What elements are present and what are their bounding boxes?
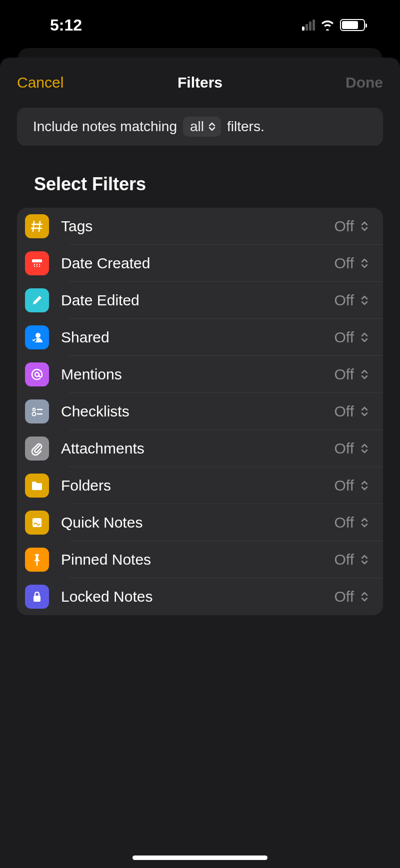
status-icons (302, 19, 365, 31)
filter-label: Locked Notes (61, 588, 334, 605)
chevron-up-down-icon (360, 517, 369, 528)
svg-point-4 (36, 264, 38, 265)
chevron-up-down-icon (360, 554, 369, 565)
chevron-up-down-icon (360, 295, 369, 306)
chevron-up-down-icon (360, 443, 369, 454)
filter-label: Folders (61, 477, 334, 494)
hash-icon (25, 214, 49, 238)
svg-point-6 (34, 266, 35, 267)
match-condition-bar: Include notes matching all filters. (17, 108, 383, 146)
page-title: Filters (178, 74, 222, 91)
filter-row-shared[interactable]: SharedOff (17, 319, 383, 356)
wifi-icon (320, 20, 335, 31)
filter-value: Off (334, 366, 354, 383)
filter-value: Off (334, 440, 354, 457)
match-mode-picker[interactable]: all (183, 117, 221, 137)
filter-label: Pinned Notes (61, 551, 334, 568)
chevron-up-down-icon (360, 332, 369, 343)
filter-value: Off (334, 588, 354, 605)
filter-label: Shared (61, 329, 334, 346)
filter-row-checklists[interactable]: ChecklistsOff (17, 393, 383, 430)
chevron-up-down-icon (208, 122, 216, 132)
svg-point-3 (34, 264, 35, 265)
filter-label: Checklists (61, 403, 334, 420)
home-indicator[interactable] (132, 855, 268, 860)
match-prefix-text: Include notes matching (33, 119, 177, 135)
match-mode-value: all (190, 119, 204, 135)
filter-value: Off (334, 255, 354, 272)
filter-value: Off (334, 403, 354, 420)
svg-point-5 (39, 264, 40, 265)
pin-icon (25, 548, 49, 572)
status-time: 5:12 (50, 16, 82, 35)
chevron-up-down-icon (360, 258, 369, 269)
filter-label: Mentions (61, 366, 334, 383)
filter-value: Off (334, 477, 354, 494)
chevron-up-down-icon (360, 480, 369, 491)
cellular-signal-icon (302, 20, 315, 31)
filter-label: Date Created (61, 255, 334, 272)
filter-row-date-edited[interactable]: Date EditedOff (17, 282, 383, 319)
svg-rect-1 (32, 259, 42, 262)
filter-row-pinned-notes[interactable]: Pinned NotesOff (17, 541, 383, 578)
section-title: Select Filters (34, 174, 400, 195)
done-button[interactable]: Done (346, 74, 383, 91)
filter-label: Tags (61, 218, 334, 235)
filters-sheet: Cancel Filters Done Include notes matchi… (0, 58, 400, 868)
at-icon (25, 362, 49, 386)
lock-icon (25, 585, 49, 609)
cancel-button[interactable]: Cancel (17, 74, 64, 91)
status-bar: 5:12 (0, 0, 400, 50)
filter-row-locked-notes[interactable]: Locked NotesOff (17, 578, 383, 615)
calendar-icon (25, 251, 49, 275)
filter-value: Off (334, 551, 354, 568)
filter-value: Off (334, 292, 354, 309)
filter-row-tags[interactable]: TagsOff (17, 208, 383, 245)
svg-point-8 (39, 266, 40, 267)
svg-rect-16 (32, 518, 42, 527)
filter-label: Attachments (61, 440, 334, 457)
svg-point-13 (32, 412, 36, 416)
pencil-icon (25, 288, 49, 312)
filter-label: Date Edited (61, 292, 334, 309)
battery-icon (340, 19, 365, 31)
checklist-icon (25, 399, 49, 423)
svg-point-9 (36, 333, 40, 338)
chevron-up-down-icon (360, 591, 369, 602)
shared-icon (25, 325, 49, 349)
chevron-up-down-icon (360, 221, 369, 232)
svg-point-7 (36, 266, 38, 267)
chevron-up-down-icon (360, 369, 369, 380)
filter-value: Off (334, 329, 354, 346)
filter-list: TagsOffDate CreatedOffDate EditedOffShar… (17, 208, 383, 615)
chevron-up-down-icon (360, 406, 369, 417)
filter-row-date-created[interactable]: Date CreatedOff (17, 245, 383, 282)
filter-label: Quick Notes (61, 514, 334, 531)
paperclip-icon (25, 437, 49, 461)
filter-row-attachments[interactable]: AttachmentsOff (17, 430, 383, 467)
sheet-header: Cancel Filters Done (0, 58, 400, 108)
filter-value: Off (334, 218, 354, 235)
filter-row-mentions[interactable]: MentionsOff (17, 356, 383, 393)
match-suffix-text: filters. (227, 119, 264, 135)
svg-rect-18 (34, 596, 40, 602)
filter-value: Off (334, 514, 354, 531)
quicknote-icon (25, 511, 49, 535)
svg-rect-2 (32, 262, 42, 268)
filter-row-quick-notes[interactable]: Quick NotesOff (17, 504, 383, 541)
filter-row-folders[interactable]: FoldersOff (17, 467, 383, 504)
folder-icon (25, 474, 49, 498)
